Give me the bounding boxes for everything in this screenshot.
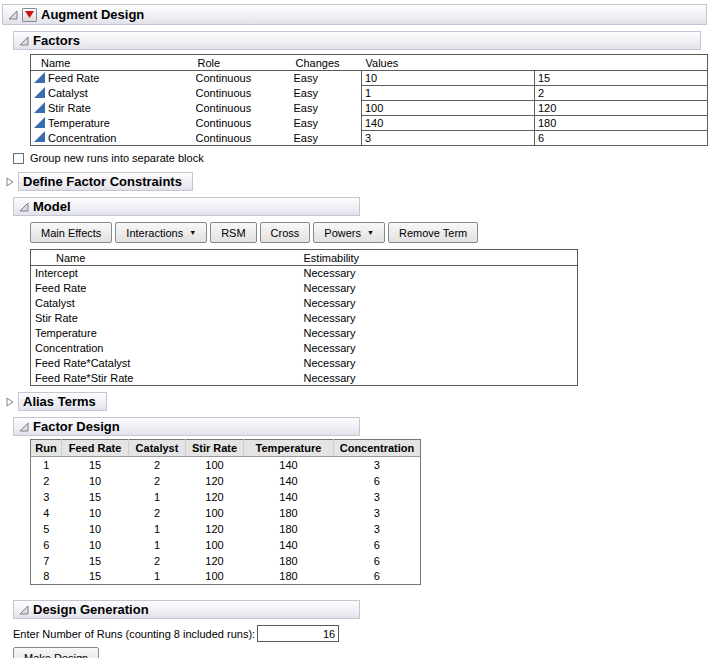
- model-term-name-cell[interactable]: Temperature: [31, 326, 301, 341]
- stir-rate-cell: 120: [186, 521, 244, 537]
- factor-role-cell[interactable]: Continuous: [196, 131, 294, 146]
- factor-changes-cell[interactable]: Easy: [294, 86, 362, 101]
- model-term-row[interactable]: Feed Rate*Stir Rate Necessary: [31, 371, 578, 386]
- concentration-cell: 6: [334, 569, 421, 585]
- cross-button[interactable]: Cross: [260, 222, 311, 243]
- make-design-row: Make Design: [13, 647, 709, 658]
- model-term-name-cell[interactable]: Catalyst: [31, 296, 301, 311]
- factor-design-header-row: Run Feed Rate Catalyst Stir Rate Tempera…: [31, 440, 421, 457]
- factor-name-cell[interactable]: Stir Rate: [31, 101, 196, 116]
- factor-name-cell[interactable]: Catalyst: [31, 86, 196, 101]
- temperature-cell: 180: [244, 553, 334, 569]
- model-term-estimability-cell[interactable]: Necessary: [301, 281, 578, 296]
- model-section-header[interactable]: Model: [13, 197, 360, 216]
- model-term-row[interactable]: Concentration Necessary: [31, 341, 578, 356]
- fd-col-concentration: Concentration: [334, 440, 421, 457]
- factor-design-section-header[interactable]: Factor Design: [13, 417, 360, 436]
- feed-rate-cell: 15: [62, 553, 129, 569]
- alias-title: Alias Terms: [23, 394, 96, 409]
- model-term-estimability-cell[interactable]: Necessary: [301, 311, 578, 326]
- model-term-name-cell[interactable]: Stir Rate: [31, 311, 301, 326]
- model-term-row[interactable]: Feed Rate*Catalyst Necessary: [31, 356, 578, 371]
- group-runs-checkbox[interactable]: [13, 153, 24, 164]
- disclosure-closed-icon[interactable]: [4, 396, 15, 407]
- factor-name-cell[interactable]: Temperature: [31, 116, 196, 131]
- factor-changes-cell[interactable]: Easy: [294, 71, 362, 86]
- disclosure-open-icon[interactable]: [18, 201, 29, 212]
- model-term-estimability-cell[interactable]: Necessary: [301, 356, 578, 371]
- number-of-runs-input[interactable]: [257, 625, 339, 642]
- number-of-runs-row: Enter Number of Runs (counting 8 include…: [13, 625, 709, 642]
- factor-changes-cell[interactable]: Easy: [294, 116, 362, 131]
- factor-low-value-cell[interactable]: 10: [362, 71, 535, 86]
- factor-role-cell[interactable]: Continuous: [196, 116, 294, 131]
- alias-header-band[interactable]: Alias Terms: [18, 392, 107, 411]
- disclosure-open-icon[interactable]: [18, 604, 29, 615]
- factor-role-cell[interactable]: Continuous: [196, 101, 294, 116]
- make-design-button[interactable]: Make Design: [13, 647, 99, 658]
- factor-low-value-cell[interactable]: 100: [362, 101, 535, 116]
- model-term-name-cell[interactable]: Intercept: [31, 266, 301, 281]
- factor-changes-cell[interactable]: Easy: [294, 101, 362, 116]
- factor-design-section: Factor Design Run Feed Rate Catalyst Sti…: [0, 417, 709, 585]
- fd-col-stir-rate: Stir Rate: [186, 440, 244, 457]
- model-toolbar: Main Effects Interactions ▼ RSM Cross Po…: [30, 222, 709, 243]
- model-col-name: Name: [31, 250, 301, 266]
- disclosure-open-icon[interactable]: [7, 9, 18, 20]
- temperature-cell: 140: [244, 473, 334, 489]
- constraints-header-band[interactable]: Define Factor Constraints: [18, 172, 193, 191]
- model-term-estimability-cell[interactable]: Necessary: [301, 326, 578, 341]
- factor-high-value-cell[interactable]: 180: [535, 116, 708, 131]
- factor-name-cell[interactable]: Concentration: [31, 131, 196, 146]
- red-triangle-menu-button[interactable]: [22, 8, 37, 22]
- stir-rate-cell: 100: [186, 505, 244, 521]
- rsm-button[interactable]: RSM: [210, 222, 256, 243]
- model-term-estimability-cell[interactable]: Necessary: [301, 296, 578, 311]
- factor-high-value-cell[interactable]: 6: [535, 131, 708, 146]
- factor-high-value-cell[interactable]: 2: [535, 86, 708, 101]
- model-term-name-cell[interactable]: Feed Rate*Stir Rate: [31, 371, 301, 386]
- factors-table: Name Role Changes Values: [30, 54, 708, 146]
- model-term-row[interactable]: Catalyst Necessary: [31, 296, 578, 311]
- factor-role-cell[interactable]: Continuous: [196, 86, 294, 101]
- augment-design-header[interactable]: Augment Design: [2, 4, 707, 25]
- model-term-estimability-cell[interactable]: Necessary: [301, 341, 578, 356]
- catalyst-cell: 1: [129, 489, 186, 505]
- factors-section: Factors Name Role Changes Values: [0, 31, 709, 164]
- model-term-row[interactable]: Feed Rate Necessary: [31, 281, 578, 296]
- temperature-cell: 140: [244, 489, 334, 505]
- disclosure-open-icon[interactable]: [18, 35, 29, 46]
- factor-low-value-cell[interactable]: 3: [362, 131, 535, 146]
- powers-button[interactable]: Powers ▼: [313, 222, 385, 243]
- model-term-name-cell[interactable]: Concentration: [31, 341, 301, 356]
- model-term-row[interactable]: Stir Rate Necessary: [31, 311, 578, 326]
- factors-col-values: Values: [362, 55, 708, 71]
- model-term-estimability-cell[interactable]: Necessary: [301, 371, 578, 386]
- model-term-estimability-cell[interactable]: Necessary: [301, 266, 578, 281]
- factor-changes-cell[interactable]: Easy: [294, 131, 362, 146]
- model-term-row[interactable]: Intercept Necessary: [31, 266, 578, 281]
- disclosure-open-icon[interactable]: [18, 421, 29, 432]
- rsm-label: RSM: [221, 227, 245, 239]
- factor-low-value-cell[interactable]: 140: [362, 116, 535, 131]
- factor-design-title: Factor Design: [33, 419, 120, 434]
- catalyst-cell: 2: [129, 553, 186, 569]
- factor-name-cell[interactable]: Feed Rate: [31, 71, 196, 86]
- interactions-button[interactable]: Interactions ▼: [115, 222, 207, 243]
- design-generation-section-header[interactable]: Design Generation: [13, 600, 360, 619]
- main-effects-button[interactable]: Main Effects: [30, 222, 112, 243]
- factor-high-value-cell[interactable]: 15: [535, 71, 708, 86]
- factor-high-value-cell[interactable]: 120: [535, 101, 708, 116]
- fd-col-feed-rate: Feed Rate: [62, 440, 129, 457]
- feed-rate-cell: 10: [62, 473, 129, 489]
- design-run-row: 5 10 1 120 180 3: [31, 521, 421, 537]
- model-term-name-cell[interactable]: Feed Rate: [31, 281, 301, 296]
- model-term-name-cell[interactable]: Feed Rate*Catalyst: [31, 356, 301, 371]
- factor-role-cell[interactable]: Continuous: [196, 71, 294, 86]
- factors-section-header[interactable]: Factors: [13, 31, 701, 50]
- model-term-row[interactable]: Temperature Necessary: [31, 326, 578, 341]
- disclosure-closed-icon[interactable]: [4, 176, 15, 187]
- remove-term-button[interactable]: Remove Term: [388, 222, 478, 243]
- factor-low-value-cell[interactable]: 1: [362, 86, 535, 101]
- design-run-row: 3 15 1 120 140 3: [31, 489, 421, 505]
